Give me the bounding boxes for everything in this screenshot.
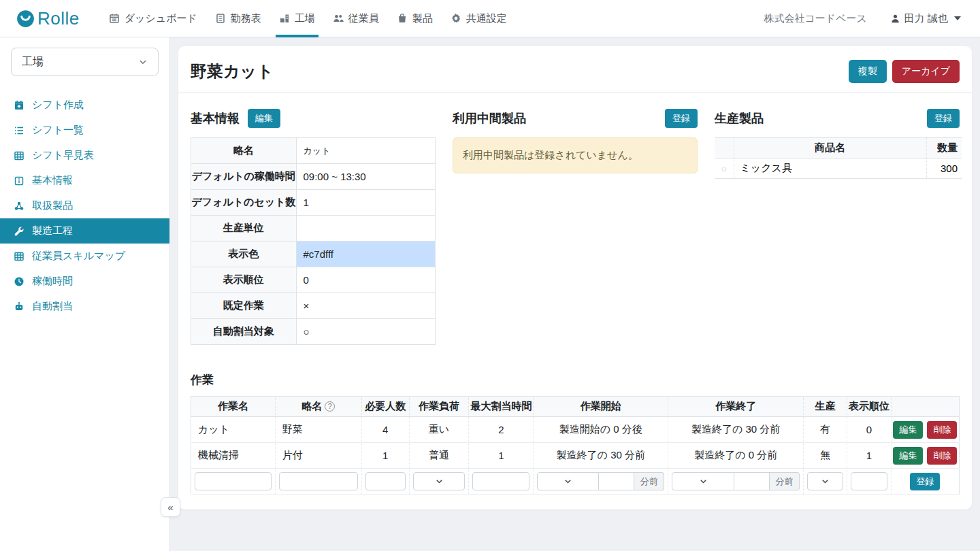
brand-logo[interactable]: Rolle — [16, 8, 80, 29]
new-task-people-input[interactable] — [365, 472, 406, 490]
table-icon — [13, 150, 25, 161]
task-load: 重い — [409, 417, 469, 443]
process-detail-card: 野菜カット 複製 アーカイブ 基本情報 編集 略名 カット — [178, 46, 972, 510]
delete-button[interactable]: 削除 — [927, 421, 957, 439]
sidebar-item-manufacturing-process[interactable]: 製造工程 — [0, 218, 169, 244]
nav-dashboard[interactable]: ダッシュボード — [100, 0, 206, 37]
sidebar-item-auto-assign[interactable]: 自動割当 — [0, 294, 169, 319]
column-header: 略名? — [275, 397, 361, 417]
sidebar-item-shift-create[interactable]: シフト作成 — [0, 93, 169, 118]
column-header: 作業開始 — [534, 397, 668, 417]
nav-timesheet[interactable]: 勤務表 — [206, 0, 270, 37]
chevron-down-icon — [699, 477, 708, 486]
new-task-production-select[interactable] — [807, 472, 843, 490]
sidebar-item-label: 取扱製品 — [32, 199, 73, 212]
nav-factory[interactable]: 工場 — [270, 0, 324, 37]
column-header: 最大割当時間 — [469, 397, 534, 417]
main-nav: ダッシュボード 勤務表 工場 従業員 製品 共通設定 — [100, 0, 516, 37]
column-header: 作業名 — [191, 397, 276, 417]
new-task-order-input[interactable] — [851, 472, 887, 490]
nav-settings[interactable]: 共通設定 — [442, 0, 516, 37]
product-name: ミックス具 — [734, 158, 926, 179]
edit-button[interactable]: 編集 — [893, 447, 923, 465]
row-label: 既定作業 — [191, 293, 297, 319]
sidebar-item-skill-map[interactable]: 従業員スキルマップ — [0, 244, 169, 269]
row-value: 0 — [296, 267, 435, 293]
help-icon[interactable]: ? — [325, 401, 335, 412]
cluster-icon — [13, 201, 25, 212]
column-header: 生産 — [804, 397, 847, 417]
tasks-table: 作業名 略名? 必要人数 作業負荷 最大割当時間 作業開始 作業終了 生産 表示… — [191, 396, 960, 495]
factory-selector-value: 工場 — [22, 55, 44, 69]
top-navbar: Rolle ダッシュボード 勤務表 工場 従業員 製品 共通設定 株式会社コード… — [0, 0, 980, 37]
archive-button[interactable]: アーカイブ — [892, 60, 960, 83]
brand-name: Rolle — [37, 8, 80, 29]
nav-products[interactable]: 製品 — [388, 0, 442, 37]
sidebar-item-label: シフト早見表 — [32, 149, 94, 162]
new-task-start-group: 分前 — [537, 472, 664, 490]
intermediate-products-header: 利用中間製品 登録 — [453, 108, 698, 129]
main-content: 野菜カット 複製 アーカイブ 基本情報 編集 略名 カット — [170, 37, 980, 551]
production-products-title: 生産製品 — [715, 110, 764, 127]
task-register-button[interactable]: 登録 — [910, 473, 940, 490]
production-products-header: 生産製品 登録 — [715, 108, 960, 129]
radio-column-header — [715, 138, 734, 158]
row-label: 表示色 — [191, 241, 297, 267]
factory-selector[interactable]: 工場 — [11, 48, 159, 76]
radio-icon[interactable]: ○ — [721, 163, 727, 174]
row-label: デフォルトの稼働時間 — [191, 164, 297, 190]
new-task-short-name-input[interactable] — [279, 472, 358, 490]
row-label: 自動割当対象 — [191, 319, 297, 345]
task-load: 普通 — [409, 443, 469, 469]
circle-indicator-icon: ○ — [296, 319, 435, 345]
user-menu[interactable]: 田力 誠也 — [890, 12, 961, 25]
table-header-row: 商品名 数量 — [715, 138, 962, 158]
new-task-load-select[interactable] — [413, 472, 466, 490]
new-task-name-input[interactable] — [195, 472, 272, 490]
nav-employees[interactable]: 従業員 — [324, 0, 388, 37]
sidebar-item-label: 稼働時間 — [32, 275, 73, 288]
task-end: 製造終了の 30 分前 — [668, 417, 804, 443]
new-task-start-minutes-input[interactable] — [599, 472, 634, 490]
production-register-button[interactable]: 登録 — [927, 109, 960, 128]
sidebar-item-shift-chart[interactable]: シフト早見表 — [0, 143, 169, 168]
sidebar-item-label: シフト作成 — [32, 99, 84, 112]
document-list-icon — [215, 13, 226, 24]
sidebar-item-shift-list[interactable]: シフト一覧 — [0, 118, 169, 143]
task-production: 有 — [804, 417, 847, 443]
calendar-plus-icon — [13, 100, 25, 111]
sidebar-item-basic-info[interactable]: 基本情報 — [0, 168, 169, 193]
duplicate-button[interactable]: 複製 — [849, 60, 887, 83]
grid-table-icon — [13, 251, 25, 262]
bag-icon — [397, 13, 408, 24]
task-start: 製造終了の 30 分前 — [534, 443, 668, 469]
sidebar-item-operating-hours[interactable]: 稼働時間 — [0, 269, 169, 294]
new-task-end-group: 分前 — [672, 472, 800, 490]
minutes-before-suffix: 分前 — [634, 472, 664, 490]
row-label: 生産単位 — [191, 216, 297, 241]
chevron-down-icon — [564, 477, 572, 486]
sidebar-menu: シフト作成 シフト一覧 シフト早見表 基本情報 取扱製品 製造工程 従業員スキル… — [0, 93, 169, 319]
row-label: デフォルトのセット数 — [191, 190, 297, 216]
intermediate-register-button[interactable]: 登録 — [665, 109, 698, 128]
edit-button[interactable]: 編集 — [893, 421, 923, 439]
table-row: 自動割当対象 ○ — [191, 319, 436, 345]
table-row: ○ ミックス具 300 — [715, 158, 962, 179]
new-task-max-hours-input[interactable] — [472, 472, 529, 490]
task-row: 機械清掃 片付 1 普通 1 製造終了の 30 分前 製造終了の 0 分前 無 … — [191, 443, 960, 469]
column-header: 数量 — [926, 138, 962, 158]
tasks-title: 作業 — [191, 372, 960, 388]
new-task-start-select[interactable] — [537, 472, 599, 490]
sidebar-item-handled-products[interactable]: 取扱製品 — [0, 193, 169, 218]
new-task-end-select[interactable] — [672, 472, 734, 490]
task-people: 4 — [361, 417, 409, 443]
minutes-before-suffix: 分前 — [770, 472, 800, 490]
delete-button[interactable]: 削除 — [927, 447, 957, 465]
new-task-end-minutes-input[interactable] — [734, 472, 770, 490]
sidebar-collapse-button[interactable]: « — [161, 497, 180, 517]
display-color-cell: #c7dfff — [296, 241, 435, 267]
table-row: 略名 カット — [191, 138, 436, 164]
basic-info-edit-button[interactable]: 編集 — [248, 109, 280, 128]
task-max-hours: 2 — [469, 417, 534, 443]
row-value — [296, 216, 435, 241]
